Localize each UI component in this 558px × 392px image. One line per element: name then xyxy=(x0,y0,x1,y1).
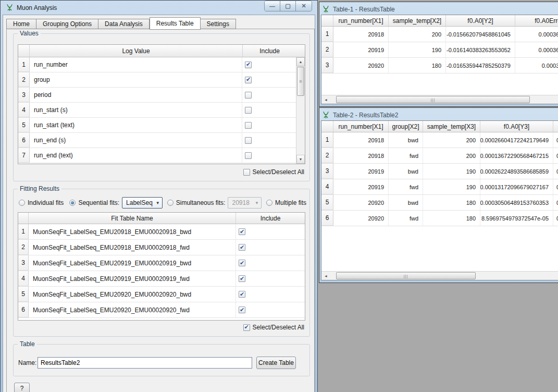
run-number-cell[interactable]: 20918 xyxy=(333,27,389,42)
fit-table-name-cell[interactable]: MuonSeqFit_LabelSeq_EMU20919_EMU00020919… xyxy=(29,271,236,286)
scroll-left-icon[interactable]: ◄ xyxy=(321,95,330,104)
sample-temp-column-header[interactable]: sample_temp[X3] xyxy=(423,121,480,132)
run-number-cell[interactable]: 20920 xyxy=(333,211,389,226)
run-number-cell[interactable]: 20919 xyxy=(333,164,389,179)
log-value-row[interactable]: 2 group xyxy=(18,72,296,88)
group-cell[interactable]: bwd xyxy=(389,195,423,210)
scroll-left-icon[interactable]: ◄ xyxy=(321,272,330,280)
include-checkbox[interactable] xyxy=(245,107,252,114)
simultaneous-fits-radio[interactable] xyxy=(167,200,173,206)
include-checkbox[interactable] xyxy=(239,228,245,235)
group-cell[interactable]: fwd xyxy=(389,148,423,163)
sample-temp-cell[interactable]: 200 xyxy=(423,148,480,163)
log-value-cell[interactable]: run_start (text) xyxy=(30,118,242,132)
log-value-cell[interactable]: period xyxy=(30,88,242,102)
table-row[interactable]: 4 20919 fwd 190 0.00013172096679027167 0 xyxy=(321,179,558,195)
sample-temp-cell[interactable]: 190 xyxy=(423,164,480,179)
tab-results-table[interactable]: Results Table xyxy=(150,17,201,30)
clipped-cell[interactable]: 0 xyxy=(553,164,558,179)
scrollbar-thumb[interactable]: ≡ xyxy=(297,67,304,96)
include-checkbox[interactable] xyxy=(239,244,245,251)
include-checkbox[interactable] xyxy=(239,275,245,282)
fit-table-name-cell[interactable]: MuonSeqFit_LabelSeq_EMU20920_EMU00020920… xyxy=(29,287,236,302)
f0-a0-cell[interactable]: -0.016140383263553052 xyxy=(446,42,515,57)
log-value-row[interactable]: 5 run_start (text) xyxy=(18,118,296,133)
scroll-up-icon[interactable]: ▲ xyxy=(296,57,305,66)
multiple-fits-radio[interactable] xyxy=(266,200,272,206)
create-table-button[interactable]: Create Table xyxy=(256,357,296,369)
run-number-cell[interactable]: 20919 xyxy=(333,42,389,57)
fit-table-row[interactable]: 4 MuonSeqFit_LabelSeq_EMU20919_EMU000209… xyxy=(18,271,305,287)
tab-grouping-options[interactable]: Grouping Options xyxy=(36,19,98,29)
sample-temp-cell[interactable]: 180 xyxy=(423,211,480,226)
f0-a0error-cell[interactable]: 0.00036894541 xyxy=(515,42,558,57)
f0-a0-column-header[interactable]: f0.A0[Y2] xyxy=(446,15,515,26)
f0-a0-cell[interactable]: 0.00026224893586685859 xyxy=(480,164,553,179)
table-row[interactable]: 3 20920 180 -0.016535944785250379 0.0003… xyxy=(321,58,558,74)
clipped-cell[interactable]: 0 xyxy=(553,148,558,163)
run-number-cell[interactable]: 20919 xyxy=(333,179,389,194)
group-cell[interactable]: bwd xyxy=(389,164,423,179)
log-value-row[interactable]: 4 run_start (s) xyxy=(18,103,296,118)
values-vertical-scrollbar[interactable]: ▲ ≡ ▼ xyxy=(296,57,305,164)
table-row[interactable]: 2 20918 fwd 200 0.00013672290568467215 0 xyxy=(321,148,558,164)
group-cell[interactable]: bwd xyxy=(389,132,423,148)
sample-temp-cell[interactable]: 200 xyxy=(389,27,446,42)
table-name-input[interactable] xyxy=(38,357,252,369)
f0-a0-cell[interactable]: 0.00013172096679027167 xyxy=(480,179,553,194)
log-value-row[interactable]: 7 run_end (text) xyxy=(18,148,296,163)
table1-horizontal-scrollbar[interactable]: ◄ ||| xyxy=(321,95,558,104)
include-checkbox[interactable] xyxy=(245,92,252,99)
f0-a0-cell[interactable]: -0.015662079458861045 xyxy=(446,27,515,42)
f0-a0error-column-header[interactable]: f0.A0Error xyxy=(515,15,558,26)
fit-table-name-cell[interactable]: MuonSeqFit_LabelSeq_EMU20920_EMU00020920… xyxy=(29,302,236,317)
run-number-column-header[interactable]: run_number[X1] xyxy=(333,15,389,26)
log-value-column-header[interactable]: Log Value xyxy=(30,45,243,57)
log-value-row[interactable]: 6 run_end (s) xyxy=(18,133,296,148)
fit-table-row[interactable]: 6 MuonSeqFit_LabelSeq_EMU20920_EMU000209… xyxy=(18,302,305,318)
include-checkbox[interactable] xyxy=(245,137,252,144)
fit-table-name-column-header[interactable]: Fit Table Name xyxy=(29,213,236,224)
table2-horizontal-scrollbar[interactable]: ◄ ||| xyxy=(321,271,558,280)
table1-titlebar[interactable]: Table-1 - ResultsTable xyxy=(321,4,558,15)
scroll-down-icon[interactable]: ▼ xyxy=(296,155,305,164)
f0-a0-cell[interactable]: 8.5969754979372547e-05 xyxy=(480,211,553,226)
log-value-cell[interactable]: run_end (s) xyxy=(30,133,242,148)
log-value-row[interactable]: 1 run_number xyxy=(18,57,296,72)
sample-temp-column-header[interactable]: sample_temp[X2] xyxy=(389,15,446,26)
tab-data-analysis[interactable]: Data Analysis xyxy=(98,19,150,29)
include-checkbox[interactable] xyxy=(245,62,252,68)
log-value-row[interactable]: 3 period xyxy=(18,88,296,103)
minimize-button[interactable]: — xyxy=(265,1,280,11)
help-button[interactable]: ? xyxy=(14,383,30,392)
muon-titlebar[interactable]: Muon Analysis — ▢ ✕ xyxy=(3,1,315,15)
group-cell[interactable]: fwd xyxy=(389,211,423,226)
sample-temp-cell[interactable]: 190 xyxy=(389,42,446,57)
run-number-cell[interactable]: 20920 xyxy=(333,195,389,210)
clipped-cell[interactable]: 0 xyxy=(553,132,558,148)
group-cell[interactable]: fwd xyxy=(389,179,423,194)
include-column-header[interactable]: Include xyxy=(236,213,305,224)
table-row[interactable]: 6 20920 fwd 180 8.5969754979372547e-05 0 xyxy=(321,211,558,226)
clipped-cell[interactable]: 0 xyxy=(553,195,558,210)
include-checkbox[interactable] xyxy=(239,291,245,298)
fit-table-row[interactable]: 2 MuonSeqFit_LabelSeq_EMU20918_EMU000209… xyxy=(18,240,305,255)
log-value-cell[interactable]: run_start (s) xyxy=(30,103,242,117)
fit-table-row[interactable]: 1 MuonSeqFit_LabelSeq_EMU20918_EMU000209… xyxy=(18,224,305,240)
fit-table-row[interactable]: 5 MuonSeqFit_LabelSeq_EMU20920_EMU000209… xyxy=(18,287,305,302)
sample-temp-cell[interactable]: 200 xyxy=(423,132,480,148)
table-row[interactable]: 3 20919 bwd 190 0.00026224893586685859 0 xyxy=(321,164,558,179)
f0-a0error-cell[interactable]: 0.00036946368 xyxy=(515,27,558,42)
tab-home[interactable]: Home xyxy=(6,19,36,29)
f0-a0-cell[interactable]: 0.00013672290568467215 xyxy=(480,148,553,163)
select-all-checkbox[interactable] xyxy=(243,324,250,331)
table-row[interactable]: 1 20918 bwd 200 0.00026604172242179649 0 xyxy=(321,132,558,148)
include-checkbox[interactable] xyxy=(239,260,245,266)
clipped-cell[interactable]: 0 xyxy=(553,179,558,194)
include-checkbox[interactable] xyxy=(245,152,252,159)
sample-temp-cell[interactable]: 180 xyxy=(423,195,480,210)
select-all-checkbox[interactable] xyxy=(243,169,250,176)
close-button[interactable]: ✕ xyxy=(296,1,312,11)
f0-a0-cell[interactable]: 0.00030506489153760353 xyxy=(480,195,553,210)
log-value-cell[interactable]: run_end (text) xyxy=(30,148,242,163)
